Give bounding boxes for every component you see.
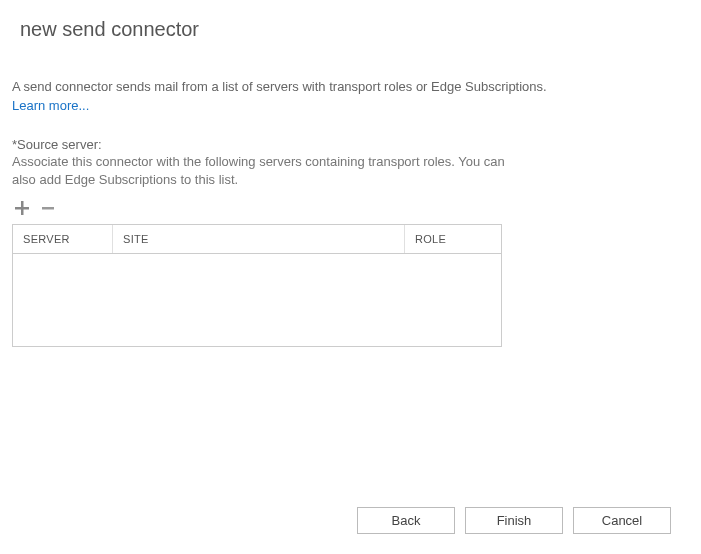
wizard-button-row: Back Finish Cancel xyxy=(357,507,671,534)
column-header-server[interactable]: SERVER xyxy=(13,225,113,253)
add-button[interactable] xyxy=(12,198,32,218)
minus-icon xyxy=(40,200,56,216)
learn-more-link[interactable]: Learn more... xyxy=(12,98,89,113)
remove-button[interactable] xyxy=(38,198,58,218)
svg-rect-1 xyxy=(15,207,29,210)
intro-description: A send connector sends mail from a list … xyxy=(12,79,689,94)
svg-rect-2 xyxy=(42,207,54,210)
cancel-button[interactable]: Cancel xyxy=(573,507,671,534)
grid-toolbar xyxy=(12,198,689,218)
source-server-grid: SERVER SITE ROLE xyxy=(12,224,502,347)
column-header-site[interactable]: SITE xyxy=(113,225,405,253)
column-header-role[interactable]: ROLE xyxy=(405,225,501,253)
source-server-description: Associate this connector with the follow… xyxy=(12,153,532,188)
finish-button[interactable]: Finish xyxy=(465,507,563,534)
source-server-label: *Source server: xyxy=(12,137,689,152)
back-button[interactable]: Back xyxy=(357,507,455,534)
grid-body[interactable] xyxy=(13,254,501,346)
grid-header: SERVER SITE ROLE xyxy=(13,225,501,254)
page-title: new send connector xyxy=(20,18,689,41)
plus-icon xyxy=(14,200,30,216)
